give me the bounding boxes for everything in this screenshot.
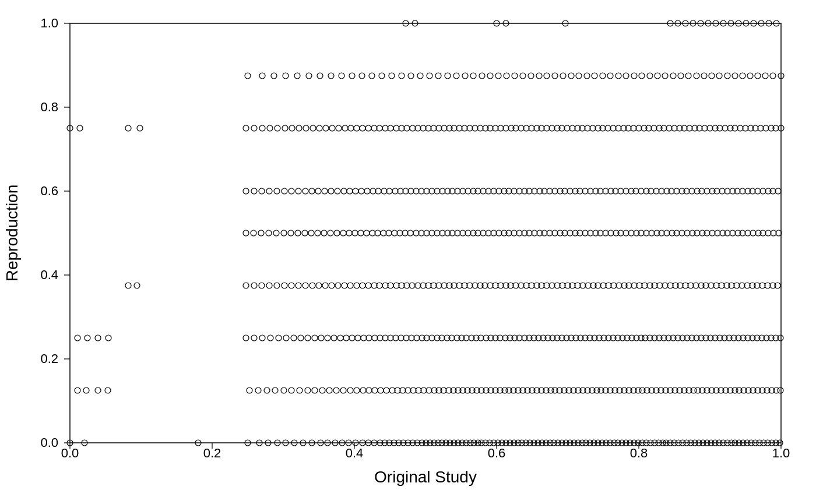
svg-text:0.8: 0.8 xyxy=(40,100,58,114)
x-axis-label: Original Study xyxy=(374,468,477,486)
y-axis-label: Reproduction xyxy=(3,185,21,282)
svg-text:1.0: 1.0 xyxy=(40,16,58,30)
svg-text:0.6: 0.6 xyxy=(488,446,506,460)
scatter-plot: 0.0 0.2 0.4 0.6 0.8 1.0 0.0 0.2 0.4 0.6 … xyxy=(0,0,816,504)
svg-text:0.8: 0.8 xyxy=(630,446,648,460)
svg-rect-1 xyxy=(70,23,781,443)
svg-text:0.0: 0.0 xyxy=(40,435,58,450)
svg-text:0.6: 0.6 xyxy=(40,184,58,198)
svg-text:0.2: 0.2 xyxy=(40,351,58,366)
svg-text:0.2: 0.2 xyxy=(203,446,221,460)
svg-text:0.4: 0.4 xyxy=(346,446,364,460)
svg-text:1.0: 1.0 xyxy=(772,446,790,460)
svg-text:0.4: 0.4 xyxy=(40,267,58,282)
svg-text:0.0: 0.0 xyxy=(61,446,79,460)
chart-container: 0.0 0.2 0.4 0.6 0.8 1.0 0.0 0.2 0.4 0.6 … xyxy=(0,0,816,504)
